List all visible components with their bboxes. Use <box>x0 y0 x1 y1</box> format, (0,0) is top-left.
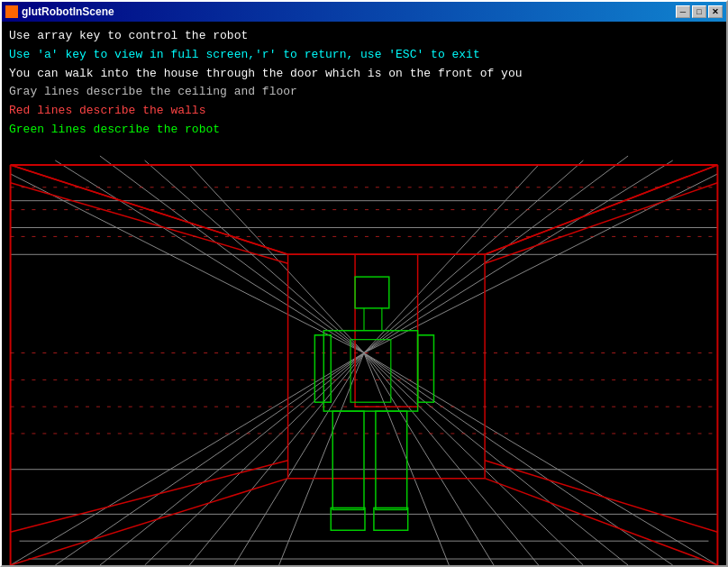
hud-overlay: Use array key to control the robot Use '… <box>2 22 530 145</box>
hud-line-2: Use 'a' key to view in full screen,'r' t… <box>9 46 523 65</box>
svg-line-51 <box>485 165 717 254</box>
svg-line-50 <box>11 165 288 254</box>
svg-line-6 <box>279 353 364 565</box>
opengl-canvas[interactable]: Use array key to control the robot Use '… <box>2 22 726 565</box>
hud-line-3: You can walk into the house through the … <box>9 65 523 84</box>
svg-line-8 <box>364 353 673 565</box>
svg-rect-63 <box>418 335 434 403</box>
svg-line-15 <box>55 160 364 353</box>
app-icon <box>5 5 18 18</box>
title-buttons: ─ □ ✕ <box>676 5 723 18</box>
svg-line-18 <box>189 165 364 353</box>
main-window: glutRobotInScene ─ □ ✕ <box>0 0 728 567</box>
minimize-button[interactable]: ─ <box>676 5 690 18</box>
svg-rect-67 <box>374 508 408 530</box>
svg-line-20 <box>364 160 673 353</box>
svg-line-11 <box>364 353 539 565</box>
svg-line-32 <box>11 183 288 263</box>
hud-line-5: Red lines describe the walls <box>9 102 523 121</box>
svg-line-5 <box>234 353 364 565</box>
svg-line-0 <box>11 353 364 565</box>
title-bar-left: glutRobotInScene <box>5 5 114 18</box>
hud-line-4: Gray lines describe the ceiling and floo… <box>9 83 523 102</box>
close-button[interactable]: ✕ <box>708 5 723 18</box>
hud-line-6: Green lines describe the robot <box>9 121 523 140</box>
svg-rect-66 <box>376 411 407 509</box>
restore-button[interactable]: □ <box>692 5 706 18</box>
svg-rect-64 <box>332 411 364 509</box>
svg-rect-59 <box>355 277 389 308</box>
svg-line-2 <box>100 353 364 565</box>
svg-line-1 <box>55 353 364 565</box>
hud-line-1: Use array key to control the robot <box>9 27 523 46</box>
svg-line-17 <box>145 160 364 353</box>
svg-line-12 <box>364 353 494 565</box>
svg-rect-62 <box>314 335 331 403</box>
svg-line-22 <box>364 160 583 353</box>
title-bar: glutRobotInScene ─ □ ✕ <box>2 2 726 22</box>
window-title: glutRobotInScene <box>22 5 114 18</box>
svg-line-4 <box>189 353 364 565</box>
svg-line-9 <box>364 353 628 565</box>
svg-rect-65 <box>331 508 365 530</box>
svg-line-38 <box>485 183 717 263</box>
svg-line-23 <box>364 165 539 353</box>
svg-line-10 <box>364 353 583 565</box>
